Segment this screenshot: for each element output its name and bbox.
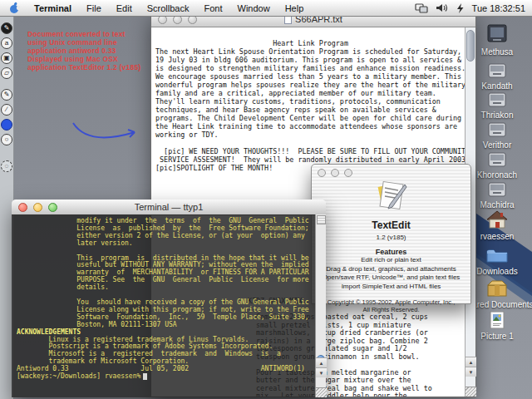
window-title: Terminal — ttyp1 bbox=[135, 202, 204, 212]
menu-font[interactable]: Font bbox=[196, 0, 229, 17]
folder-icon bbox=[470, 243, 524, 264]
apple-logo-icon bbox=[8, 2, 20, 14]
scroll-up-arrow[interactable]: ▲ bbox=[466, 357, 476, 367]
resize-grip[interactable] bbox=[316, 387, 327, 397]
selection-tool-icon[interactable]: ◌ bbox=[1, 160, 12, 172]
zoom-button[interactable] bbox=[48, 203, 57, 212]
scroll-down-arrow[interactable]: ▼ bbox=[316, 367, 327, 377]
displays-icon[interactable] bbox=[415, 2, 428, 13]
about-textedit-window: TextEdit 1.2 (v185) Features Edit rich o… bbox=[311, 164, 471, 304]
features-heading: Features bbox=[312, 248, 470, 256]
magnifier-tool-icon[interactable]: ○ bbox=[1, 134, 12, 145]
terminal-window: Terminal — ttyp1 modify it under the ter… bbox=[12, 200, 326, 397]
hard-disk-icon bbox=[470, 23, 524, 45]
desktop-icon-rvaessen[interactable]: rvaessen bbox=[470, 208, 524, 241]
annotation-line: using Unix command line bbox=[27, 38, 140, 47]
menu-file[interactable]: File bbox=[79, 0, 109, 17]
desktop-icon-downloads[interactable]: Downloads bbox=[470, 243, 524, 276]
desktop: Methusa Kandath Thriakon Verithor Khoron… bbox=[0, 0, 532, 399]
battery-charge-icon[interactable] bbox=[456, 2, 465, 14]
annotation-line: Document converted to text bbox=[27, 30, 140, 38]
close-button[interactable] bbox=[18, 203, 27, 212]
feature-line: Import SimpleText and HTML files bbox=[312, 283, 470, 292]
line-tool-icon[interactable]: ∕ bbox=[1, 104, 12, 116]
color-swatch-blue[interactable] bbox=[1, 119, 12, 131]
pencil-tool-icon[interactable]: ✎ bbox=[1, 22, 12, 34]
desktop-icon-label: rvaessen bbox=[470, 232, 524, 241]
desktop-icon-khoronach[interactable]: Khoronach bbox=[470, 146, 524, 180]
scroll-up-arrow[interactable]: ▲ bbox=[316, 357, 327, 367]
pen-tool-icon[interactable]: ✎ bbox=[1, 89, 12, 101]
desktop-icon-picture-1[interactable]: Picture 1 bbox=[470, 308, 524, 341]
menu-terminal[interactable]: Terminal bbox=[27, 0, 79, 17]
scroll-down-arrow[interactable]: ▼ bbox=[466, 367, 476, 377]
annotation-line: Displayed using Mac OSX bbox=[27, 55, 140, 63]
document-text: Heart Link Program The next Heart Link S… bbox=[151, 27, 465, 172]
desktop-icon-label: Methusa bbox=[470, 47, 524, 57]
menu-window[interactable]: Window bbox=[230, 0, 278, 17]
disk-drive-icon bbox=[470, 57, 524, 79]
desktop-icon-label: Downloads bbox=[470, 267, 524, 276]
feature-line: Open/save RTF, Unicode™, and plain text … bbox=[312, 273, 470, 283]
menu-scrollback[interactable]: Scrollback bbox=[140, 0, 197, 17]
desktop-icon-methusa[interactable]: Methusa bbox=[470, 23, 524, 57]
copyright-line: Copyright © 1995-2002, Apple Computer, I… bbox=[312, 298, 470, 306]
disk-drive-icon bbox=[470, 146, 524, 168]
image-file-icon bbox=[470, 308, 524, 329]
desktop-icon-kandath[interactable]: Kandath bbox=[470, 57, 524, 91]
desktop-icon-thriakon[interactable]: Thriakon bbox=[470, 86, 524, 120]
desktop-icon-label: Picture 1 bbox=[470, 332, 524, 341]
resize-grip[interactable] bbox=[466, 387, 476, 397]
text-tool-icon[interactable]: a bbox=[1, 37, 12, 49]
app-version: 1.2 (v185) bbox=[312, 234, 470, 241]
shell-prompt: [wackeys:~/Downloads] rvaessen% bbox=[17, 373, 140, 381]
menu-bar-clock[interactable]: Tue 18:32:51 bbox=[472, 3, 525, 13]
scrollbar-top-widget[interactable] bbox=[317, 215, 326, 224]
copyright-line: All Rights Reserved. bbox=[312, 306, 470, 313]
minimize-button[interactable] bbox=[33, 203, 42, 212]
annotation-line: application antiword 0.33 bbox=[27, 47, 140, 55]
desktop-icon-machidra[interactable]: Machidra bbox=[470, 176, 524, 209]
stamp-tool-icon[interactable]: ▣ bbox=[1, 52, 12, 64]
eraser-tool-icon[interactable]: ▱ bbox=[1, 67, 12, 79]
disk-drive-icon bbox=[470, 176, 524, 198]
terminal-acknowledgements-text: Linux is a registered trademark of Linus… bbox=[12, 337, 315, 367]
terminal-output-area[interactable]: modify it under the terms of the GNU Gen… bbox=[12, 214, 315, 397]
close-button[interactable] bbox=[318, 169, 326, 177]
textedit-app-icon bbox=[373, 178, 410, 214]
annotation-note: Document converted to text using Unix co… bbox=[27, 30, 140, 71]
feature-line: Edit rich or plain text bbox=[312, 256, 470, 265]
feature-line: Drag & drop text, graphics, and attachme… bbox=[312, 265, 470, 274]
app-name: TextEdit bbox=[312, 219, 470, 231]
terminal-vertical-scrollbar[interactable]: ▲ ▼ bbox=[315, 214, 326, 397]
desktop-icon-verithor[interactable]: Verithor bbox=[470, 116, 524, 150]
home-folder-icon bbox=[470, 208, 524, 229]
annotation-arrow-icon bbox=[65, 116, 148, 154]
menu-edit[interactable]: Edit bbox=[109, 0, 140, 17]
zoom-button[interactable] bbox=[344, 169, 352, 177]
annotation-line: application TextEditor 1.2 (v185) bbox=[27, 63, 140, 71]
minimize-button[interactable] bbox=[331, 169, 339, 177]
terminal-license-text: modify it under the terms of the GNU Gen… bbox=[12, 214, 315, 329]
disk-drive-icon bbox=[470, 86, 524, 108]
menu-bar: Terminal File Edit Scrollback Font Windo… bbox=[0, 0, 532, 17]
menu-help[interactable]: Help bbox=[278, 0, 312, 17]
terminal-titlebar[interactable]: Terminal — ttyp1 bbox=[12, 200, 326, 215]
apple-menu[interactable] bbox=[8, 2, 20, 14]
terminal-cursor bbox=[143, 373, 147, 380]
disk-drive-icon bbox=[470, 116, 524, 138]
scrollbar-thumb[interactable] bbox=[466, 30, 475, 62]
volume-icon[interactable] bbox=[436, 2, 448, 13]
